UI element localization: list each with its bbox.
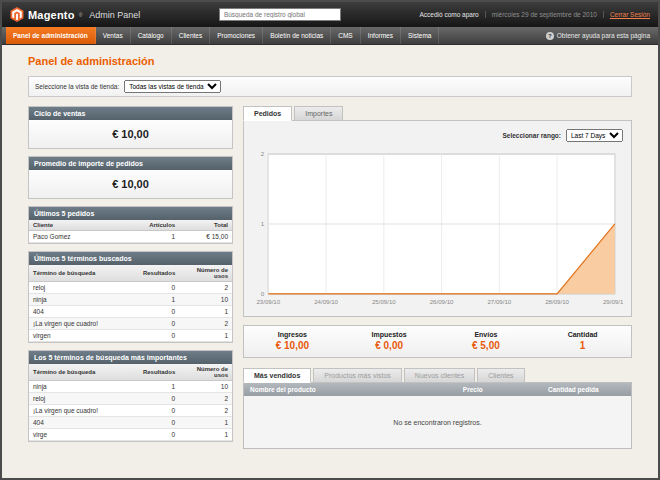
total-value: € 5,00 (438, 340, 535, 351)
total-label: Cantidad (534, 331, 631, 338)
registered-mark: ® (79, 12, 83, 18)
main-nav-bar: Panel de administración Ventas Catálogo … (2, 27, 658, 45)
last-orders-title: Últimos 5 pedidos (29, 207, 232, 220)
col-header: Artículos (135, 220, 180, 231)
avg-order-card: Promedio de importe de pedidos € 10,00 (28, 156, 233, 199)
col-header: Cliente (29, 220, 135, 231)
table-row[interactable]: Paco Gomez 1 € 15,00 (29, 231, 232, 243)
bestsellers-grid: Nombre del producto Precio Cantidad pedi… (243, 382, 632, 449)
cell: 0 (135, 318, 180, 330)
cell: 1 (179, 306, 232, 318)
cell: ¡La virgen que cuadro! (29, 405, 135, 417)
nav-item-ventas[interactable]: Ventas (96, 27, 131, 44)
nav-item-informes[interactable]: Informes (361, 27, 401, 44)
tab-clientes[interactable]: Clientes (477, 368, 524, 383)
grid-col-price: Precio (457, 383, 542, 396)
store-view-switcher: Seleccione la vista de tienda: Todas las… (28, 76, 632, 97)
nav-item-sistema[interactable]: Sistema (401, 27, 439, 44)
logo-subtitle: Admin Panel (89, 10, 140, 20)
cell: 1 (179, 330, 232, 342)
help-label: Obtener ayuda para esta página (557, 32, 650, 39)
cell: 0 (135, 405, 180, 417)
logged-in-text: Accedió como aparo (419, 11, 478, 18)
help-link[interactable]: ? Obtener ayuda para esta página (546, 27, 658, 44)
nav-item-catalogo[interactable]: Catálogo (131, 27, 172, 44)
magento-m-icon (10, 7, 24, 22)
col-header: Número de usos (179, 364, 232, 381)
account-area: Accedió como aparo miércoles 29 de septi… (419, 11, 650, 18)
tab-productos-mas-vistos[interactable]: Productos más vistos (313, 368, 402, 383)
table-row[interactable]: virge 0 1 (29, 429, 232, 441)
top-header-bar: Magento® Admin Panel Accedió como aparo … (2, 2, 658, 27)
total-impuestos: Impuestos € 0,00 (341, 331, 438, 351)
page-title: Panel de administración (28, 55, 632, 67)
avg-order-title: Promedio de importe de pedidos (29, 157, 232, 170)
svg-text:27/09/10: 27/09/10 (487, 298, 511, 305)
tab-pedidos[interactable]: Pedidos (243, 106, 292, 121)
last-orders-table: Cliente Artículos Total Paco Gomez 1 € 1… (29, 220, 232, 243)
cell: Paco Gomez (29, 231, 135, 243)
nav-item-cms[interactable]: CMS (331, 27, 360, 44)
cell: 0 (135, 306, 180, 318)
cell: 10 (179, 381, 232, 393)
top-search-title: Los 5 términos de búsqueda más important… (29, 351, 232, 364)
store-view-select[interactable]: Todas las vistas de tienda (124, 80, 221, 93)
svg-text:23/09/10: 23/09/10 (256, 298, 280, 305)
cell: 10 (179, 294, 232, 306)
cell: 0 (135, 417, 180, 429)
nav-item-clientes[interactable]: Clientes (172, 27, 210, 44)
range-select[interactable]: Last 7 Days (566, 129, 623, 142)
cell: reloj (29, 393, 135, 405)
table-row[interactable]: 404 0 1 (29, 306, 232, 318)
cell: 404 (29, 306, 135, 318)
cell: reloj (29, 282, 135, 294)
cell: ninja (29, 294, 135, 306)
table-row[interactable]: ninja 1 10 (29, 294, 232, 306)
sales-cycle-title: Ciclo de ventas (29, 107, 232, 120)
last-search-title: Últimos 5 términos buscados (29, 252, 232, 265)
cell: 1 (135, 294, 180, 306)
cell: 2 (179, 393, 232, 405)
cell: 0 (135, 330, 180, 342)
table-row[interactable]: ninja 1 10 (29, 381, 232, 393)
grid-empty-message: No se encontraron registros. (244, 396, 631, 448)
last-search-table: Término de búsqueda Resultados Número de… (29, 265, 232, 342)
svg-text:26/09/10: 26/09/10 (430, 298, 454, 305)
nav-item-promociones[interactable]: Promociones (210, 27, 263, 44)
tab-nuevos-clientes[interactable]: Nuevos clientes (404, 368, 475, 383)
svg-text:2: 2 (261, 150, 265, 157)
magento-admin-window: Magento® Admin Panel Accedió como aparo … (0, 0, 660, 480)
store-view-label: Seleccione la vista de tienda: (35, 83, 119, 90)
tab-mas-vendidos[interactable]: Más vendidos (243, 368, 311, 383)
table-row[interactable]: reloj 0 2 (29, 393, 232, 405)
table-row[interactable]: virgen 0 1 (29, 330, 232, 342)
total-value: € 10,00 (244, 340, 341, 351)
cell: ¡La virgen que cuadro! (29, 318, 135, 330)
cell: 2 (179, 318, 232, 330)
right-column: Pedidos Importes Seleccionar rango: Last… (243, 106, 632, 449)
tab-importes[interactable]: Importes (294, 106, 343, 121)
cell: 2 (179, 282, 232, 294)
table-row[interactable]: 404 0 1 (29, 417, 232, 429)
grid-col-qty: Cantidad pedida (542, 383, 631, 396)
logout-link[interactable]: Cerrar Sesión (610, 11, 650, 18)
cell: € 15,00 (179, 231, 232, 243)
magento-logo: Magento® Admin Panel (10, 7, 140, 22)
range-selector-row: Seleccionar rango: Last 7 Days (252, 129, 623, 142)
total-cantidad: Cantidad 1 (534, 331, 631, 351)
global-search-input[interactable] (219, 8, 341, 21)
cell: 404 (29, 417, 135, 429)
last-orders-card: Últimos 5 pedidos Cliente Artículos Tota… (28, 206, 233, 244)
nav-item-boletin[interactable]: Boletín de noticias (263, 27, 331, 44)
table-row[interactable]: ¡La virgen que cuadro! 0 2 (29, 318, 232, 330)
top-search-table: Término de búsqueda Resultados Número de… (29, 364, 232, 441)
nav-item-dashboard[interactable]: Panel de administración (6, 27, 96, 44)
chart-tabs: Pedidos Importes (243, 106, 632, 121)
table-row[interactable]: reloj 0 2 (29, 282, 232, 294)
col-header: Resultados (135, 265, 180, 282)
orders-area-chart: 23/09/1024/09/1025/09/1026/09/1027/09/10… (252, 148, 623, 308)
table-row[interactable]: ¡La virgen que cuadro! 0 2 (29, 405, 232, 417)
left-column: Ciclo de ventas € 10,00 Promedio de impo… (28, 106, 233, 449)
cell: virge (29, 429, 135, 441)
top-search-card: Los 5 términos de búsqueda más important… (28, 350, 233, 442)
